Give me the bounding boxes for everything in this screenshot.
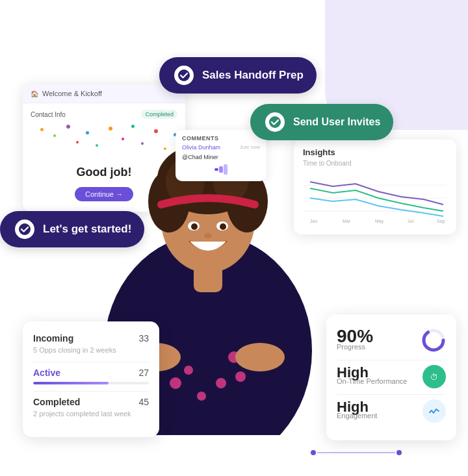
- completed-label: Completed: [33, 397, 80, 407]
- invites-check-icon: [263, 110, 287, 134]
- active-count: 27: [138, 368, 149, 378]
- svg-point-5: [19, 223, 31, 235]
- svg-text:Mar: Mar: [343, 219, 351, 223]
- svg-point-11: [216, 378, 226, 388]
- completed-row: Completed 45: [33, 397, 149, 407]
- get-started-label: Let's get started!: [43, 223, 131, 236]
- engagement-row: High Engagement: [337, 399, 446, 423]
- svg-point-13: [170, 377, 181, 389]
- sales-check-icon: [172, 64, 196, 87]
- svg-point-15: [235, 371, 246, 382]
- connector-dot-left: [309, 449, 317, 457]
- progress-row: 90% Progress: [337, 326, 446, 355]
- svg-point-10: [184, 366, 193, 375]
- contact-info-label: Contact Info: [31, 111, 66, 118]
- comments-logo: [182, 164, 260, 176]
- started-check-icon: [13, 218, 36, 241]
- send-invites-label: Send User Invites: [293, 116, 380, 128]
- completed-count: 45: [138, 397, 149, 407]
- svg-rect-0: [214, 168, 218, 171]
- svg-point-14: [197, 392, 206, 401]
- comment-time1: Just now: [239, 144, 260, 152]
- stats-card: Incoming 33 5 Opps closing in 2 weeks Ac…: [23, 321, 159, 437]
- progress-donut-icon: [421, 328, 446, 353]
- performance-label: On-Time Performance: [337, 377, 407, 385]
- incoming-sub: 5 Opps closing in 2 weeks: [33, 346, 149, 354]
- connector-line: [317, 452, 395, 453]
- connector-dot-right: [395, 449, 403, 457]
- comment-user1: Olivia Dunham: [182, 144, 220, 151]
- svg-text:Sep: Sep: [437, 219, 445, 224]
- svg-point-29: [235, 343, 285, 371]
- active-progress-bar: [33, 382, 149, 384]
- performance-row: High On-Time Performance ⏱: [337, 364, 446, 389]
- active-row: Active 27: [33, 368, 149, 378]
- metric-divider-1: [337, 360, 446, 360]
- incoming-label: Incoming: [33, 333, 73, 344]
- svg-text:Jul: Jul: [408, 219, 413, 223]
- engagement-icon: [422, 399, 446, 423]
- svg-point-27: [204, 233, 212, 238]
- send-invites-badge: Send User Invites: [250, 104, 393, 140]
- metric-divider-2: [337, 394, 446, 395]
- completed-sub: 2 projects completed last week: [33, 410, 149, 418]
- active-progress-fill: [33, 382, 109, 384]
- incoming-count: 33: [138, 333, 149, 344]
- comment-row-1: Olivia Dunham Just now: [182, 144, 260, 152]
- progress-value-col: 90% Progress: [337, 326, 373, 355]
- svg-rect-1: [219, 166, 223, 173]
- sales-handoff-label: Sales Handoff Prep: [202, 69, 304, 82]
- comment-user2: @Chad Miner: [182, 154, 218, 160]
- performance-icon: ⏱: [422, 365, 446, 388]
- divider-1: [33, 362, 149, 362]
- svg-point-4: [269, 116, 281, 128]
- svg-point-26: [220, 223, 226, 230]
- performance-value-col: High On-Time Performance: [337, 364, 407, 389]
- incoming-row: Incoming 33: [33, 333, 149, 344]
- svg-rect-2: [224, 164, 228, 175]
- metrics-card: 90% Progress High On-Time Performance ⏱ …: [326, 314, 456, 440]
- svg-text:May: May: [375, 219, 384, 224]
- svg-point-3: [178, 69, 190, 81]
- divider-2: [33, 391, 149, 392]
- engagement-value-col: High Engagement: [337, 399, 377, 423]
- sales-handoff-badge: Sales Handoff Prep: [159, 57, 317, 94]
- get-started-badge: Let's get started!: [0, 211, 144, 247]
- connector-dots: [309, 449, 403, 457]
- active-label: Active: [33, 368, 60, 378]
- comments-card: COMMENTS Olivia Dunham Just now @Chad Mi…: [176, 130, 266, 181]
- comments-title: COMMENTS: [182, 135, 260, 142]
- svg-text:⏱: ⏱: [430, 373, 438, 382]
- comment-user2-row: @Chad Miner: [182, 153, 260, 160]
- engagement-label: Engagement: [337, 412, 377, 420]
- svg-point-25: [191, 223, 198, 230]
